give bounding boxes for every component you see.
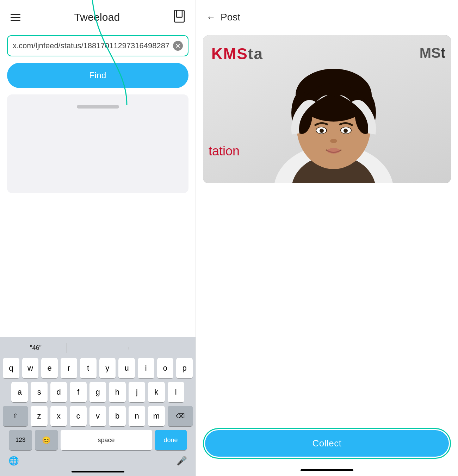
svg-point-17 (330, 139, 337, 143)
key-f[interactable]: f (70, 382, 86, 402)
right-spacer (196, 187, 458, 319)
key-b[interactable]: b (109, 406, 126, 426)
person-illustration (267, 56, 401, 183)
content-bar (77, 105, 119, 109)
suggestion-item-3 (129, 347, 191, 350)
collect-button[interactable]: Collect (205, 430, 449, 457)
back-arrow-icon[interactable]: ← (206, 12, 216, 23)
sign-text-left: KMSta (211, 45, 263, 63)
key-space[interactable]: space (61, 430, 152, 450)
key-a[interactable]: a (11, 382, 28, 402)
suggestion-item-2 (67, 347, 129, 350)
key-v[interactable]: v (89, 406, 106, 426)
find-button-container: Find (7, 63, 188, 88)
key-r[interactable]: r (61, 358, 77, 378)
key-backspace[interactable]: ⌫ (168, 406, 193, 426)
key-row-2: a s d f g h j k l (3, 382, 193, 402)
hamburger-menu-icon[interactable] (11, 14, 20, 21)
globe-icon[interactable]: 🌐 (8, 456, 19, 466)
mic-icon[interactable]: 🎤 (177, 456, 187, 466)
post-title: Post (221, 12, 240, 23)
key-done[interactable]: done (155, 430, 187, 450)
keyboard-bottom-bar: 🌐 🎤 (1, 452, 194, 471)
key-e[interactable]: e (41, 358, 58, 378)
key-shift[interactable]: ⇧ (3, 406, 28, 426)
home-indicator-left (72, 471, 124, 472)
left-panel: Tweeload Find "46" (0, 0, 196, 476)
content-area (7, 94, 188, 193)
key-numbers[interactable]: 123 (9, 430, 32, 450)
key-o[interactable]: o (157, 358, 174, 378)
key-u[interactable]: u (118, 358, 135, 378)
svg-rect-1 (177, 10, 182, 17)
svg-point-18 (327, 148, 340, 154)
key-l[interactable]: l (168, 382, 184, 402)
suggestion-item[interactable]: "46" (5, 343, 67, 353)
right-header: ← Post (196, 0, 458, 32)
key-t[interactable]: t (80, 358, 97, 378)
svg-rect-0 (174, 10, 184, 22)
key-s[interactable]: s (31, 382, 47, 402)
url-input[interactable] (13, 41, 170, 50)
key-h[interactable]: h (109, 382, 125, 402)
home-indicator-right (301, 469, 353, 471)
post-image-placeholder: KMSta MSt tation (203, 35, 451, 183)
key-g[interactable]: g (89, 382, 106, 402)
url-input-container (7, 35, 188, 56)
key-row-3: ⇧ z x c v b n m ⌫ (3, 406, 193, 426)
key-w[interactable]: w (22, 358, 39, 378)
key-z[interactable]: z (31, 406, 48, 426)
key-i[interactable]: i (138, 358, 154, 378)
key-k[interactable]: k (148, 382, 165, 402)
key-x[interactable]: x (50, 406, 67, 426)
key-q[interactable]: q (3, 358, 19, 378)
key-row-4: 123 😊 space done (3, 430, 193, 450)
keyboard-rows: q w e r t y u i o p a s d f g h j k (1, 356, 194, 452)
key-n[interactable]: n (129, 406, 146, 426)
collect-button-wrapper: Collect (203, 428, 451, 459)
sign-text-right: MSt (420, 45, 445, 61)
svg-point-16 (344, 129, 348, 133)
key-m[interactable]: m (148, 406, 165, 426)
key-j[interactable]: j (129, 382, 145, 402)
keyboard-suggestion-bar: "46" (1, 341, 194, 356)
key-c[interactable]: c (70, 406, 87, 426)
key-row-1: q w e r t y u i o p (3, 358, 193, 378)
key-y[interactable]: y (99, 358, 116, 378)
svg-point-15 (320, 129, 324, 133)
keyboard: "46" q w e r t y u i o p a s (0, 337, 196, 476)
left-header: Tweeload (0, 0, 196, 32)
clear-icon[interactable] (173, 41, 183, 51)
right-panel: ← Post KMSta MSt tation (196, 0, 458, 476)
post-image-container: KMSta MSt tation (203, 35, 451, 183)
key-p[interactable]: p (176, 358, 193, 378)
find-button[interactable]: Find (7, 63, 188, 88)
collect-area: Collect (196, 319, 458, 469)
bookmark-icon[interactable] (174, 10, 185, 25)
sign-text-bottom: tation (209, 144, 240, 159)
app-title: Tweeload (74, 11, 120, 23)
key-emoji[interactable]: 😊 (35, 430, 58, 450)
key-d[interactable]: d (50, 382, 67, 402)
